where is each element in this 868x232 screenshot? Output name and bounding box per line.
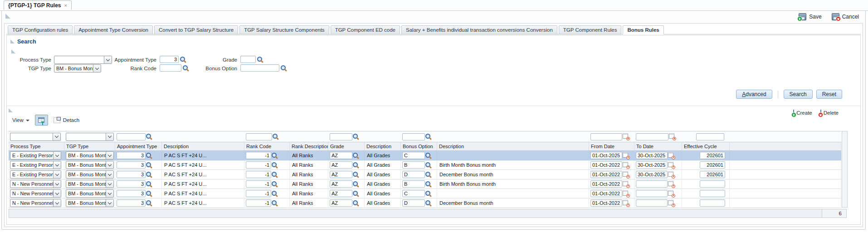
tgp-type-select[interactable]: BM - Bonus Month bbox=[54, 64, 101, 72]
appointment-type-input[interactable] bbox=[117, 180, 146, 188]
process-type-select[interactable]: E - Existing Personnel bbox=[10, 161, 61, 169]
chevron-down-icon[interactable] bbox=[106, 133, 113, 140]
tab-salary-benefits-individual-transaction-conversions-conversion[interactable]: Salary + Benefits individual transaction… bbox=[401, 25, 557, 34]
column-header-description[interactable]: Description bbox=[437, 142, 589, 151]
chevron-down-icon[interactable] bbox=[53, 133, 60, 140]
disclosure-triangle-icon[interactable] bbox=[5, 14, 10, 19]
rank-code-input[interactable] bbox=[160, 64, 181, 72]
bonus-option-input[interactable] bbox=[402, 152, 425, 159]
date-picker-icon[interactable] bbox=[623, 200, 629, 207]
filter-bonus-option-input[interactable] bbox=[402, 133, 425, 140]
filter-rank-code-lookup-icon[interactable] bbox=[272, 133, 279, 140]
grade-input[interactable] bbox=[330, 161, 352, 169]
date-picker-icon[interactable] bbox=[668, 171, 675, 178]
bonus-option-input[interactable] bbox=[240, 64, 279, 72]
chevron-down-icon[interactable] bbox=[53, 152, 61, 159]
tgp-type-select[interactable]: BM - Bonus Month bbox=[66, 151, 114, 160]
chevron-down-icon[interactable] bbox=[53, 180, 61, 188]
process-type-select[interactable]: E - Existing Personnel bbox=[10, 151, 61, 160]
reset-button[interactable]: Reset bbox=[816, 90, 842, 99]
bonus-option-input[interactable] bbox=[402, 161, 425, 169]
close-icon[interactable]: × bbox=[64, 3, 67, 8]
effective-cycle-input[interactable] bbox=[700, 180, 725, 188]
chevron-down-icon[interactable] bbox=[106, 171, 113, 178]
appointment-type-input[interactable] bbox=[160, 56, 179, 63]
search-button[interactable]: Search bbox=[784, 90, 813, 99]
to-date-input[interactable] bbox=[636, 171, 668, 178]
effective-cycle-input[interactable] bbox=[700, 171, 725, 178]
chevron-down-icon[interactable] bbox=[93, 65, 101, 72]
column-header-from-date[interactable]: From Date bbox=[589, 142, 634, 151]
date-picker-icon[interactable] bbox=[623, 181, 629, 188]
date-picker-icon[interactable] bbox=[623, 190, 629, 197]
table-row[interactable]: N - New Personnel MeBM - Bonus MonthP AC… bbox=[9, 198, 841, 208]
disclosure-triangle-icon[interactable] bbox=[11, 49, 15, 53]
disclosure-triangle-icon[interactable] bbox=[10, 39, 15, 44]
to-date-input[interactable] bbox=[636, 190, 668, 197]
column-header-description[interactable]: Description bbox=[162, 142, 244, 151]
table-row[interactable]: N - New Personnel MeBM - Bonus MonthP AC… bbox=[9, 189, 841, 198]
to-date-input[interactable] bbox=[636, 199, 668, 207]
appointment-type-lookup-icon[interactable] bbox=[146, 200, 152, 207]
grade-lookup-icon[interactable] bbox=[352, 162, 359, 169]
bonus-option-input[interactable] bbox=[402, 199, 425, 207]
appointment-type-lookup-icon[interactable] bbox=[180, 56, 186, 63]
bonus-option-lookup-icon[interactable] bbox=[425, 171, 432, 178]
appointment-type-input[interactable] bbox=[117, 152, 146, 159]
bonus-option-lookup-icon[interactable] bbox=[425, 181, 432, 188]
bonus-option-input[interactable] bbox=[402, 190, 425, 197]
date-picker-icon[interactable] bbox=[623, 171, 629, 178]
grade-input[interactable] bbox=[330, 180, 352, 188]
filter-rank-code-input[interactable] bbox=[246, 133, 272, 140]
column-header-grade[interactable]: Grade bbox=[328, 142, 365, 151]
to-date-input[interactable] bbox=[636, 152, 668, 159]
date-picker-icon[interactable] bbox=[668, 181, 675, 188]
filter-bonus-option-lookup-icon[interactable] bbox=[425, 133, 432, 140]
column-header-to-date[interactable]: To Date bbox=[634, 142, 682, 151]
bonus-option-lookup-icon[interactable] bbox=[280, 65, 287, 72]
from-date-input[interactable] bbox=[590, 171, 622, 178]
tab-tgp-component-ed-code[interactable]: TGP Component ED code bbox=[331, 25, 400, 34]
tgp-type-select[interactable]: BM - Bonus Month bbox=[66, 170, 114, 179]
table-row[interactable]: N - New Personnel MeBM - Bonus MonthP AC… bbox=[9, 179, 841, 189]
effective-cycle-input[interactable] bbox=[700, 199, 725, 207]
vertical-scrollbar[interactable] bbox=[842, 131, 848, 208]
advanced-button[interactable]: Advanced bbox=[736, 90, 772, 99]
from-date-input[interactable] bbox=[590, 190, 622, 197]
column-header-effective-cycle[interactable]: Effective Cycle bbox=[682, 142, 730, 151]
filter-tgp-type-select[interactable] bbox=[66, 133, 114, 141]
tab-bonus-rules[interactable]: Bonus Rules bbox=[623, 25, 663, 34]
process-type-select[interactable]: N - New Personnel Me bbox=[10, 180, 61, 188]
rank-code-input[interactable] bbox=[246, 199, 271, 207]
tab-appointment-type-conversion[interactable]: Appointment Type Conversion bbox=[74, 25, 153, 34]
date-picker-icon[interactable] bbox=[668, 190, 675, 197]
grade-lookup-icon[interactable] bbox=[352, 200, 359, 207]
rank-code-lookup-icon[interactable] bbox=[271, 190, 278, 197]
view-menu-button[interactable]: View bbox=[12, 117, 29, 123]
filter-appointment-type-lookup-icon[interactable] bbox=[146, 133, 152, 140]
grade-lookup-icon[interactable] bbox=[352, 181, 359, 188]
table-row[interactable]: E - Existing PersonnelBM - Bonus MonthP … bbox=[9, 151, 841, 160]
appointment-type-input[interactable] bbox=[117, 161, 146, 169]
column-header-bonus-option[interactable]: Bonus Option bbox=[401, 142, 437, 151]
bonus-option-lookup-icon[interactable] bbox=[425, 190, 432, 197]
bonus-option-lookup-icon[interactable] bbox=[425, 162, 432, 169]
process-type-select[interactable]: E - Existing Personnel bbox=[10, 170, 61, 179]
filter-to-date-input[interactable] bbox=[636, 133, 668, 140]
grade-input[interactable] bbox=[330, 190, 352, 197]
delete-button[interactable]: Delete bbox=[820, 110, 839, 116]
rank-code-lookup-icon[interactable] bbox=[182, 65, 189, 72]
filter-appointment-type-input[interactable] bbox=[117, 133, 146, 140]
chevron-down-icon[interactable] bbox=[106, 180, 113, 188]
rank-code-input[interactable] bbox=[246, 171, 271, 178]
table-row[interactable]: E - Existing PersonnelBM - Bonus MonthP … bbox=[9, 160, 841, 170]
chevron-down-icon[interactable] bbox=[106, 199, 113, 207]
chevron-down-icon[interactable] bbox=[106, 152, 113, 159]
detach-button[interactable]: Detach bbox=[54, 117, 79, 123]
tgp-type-select[interactable]: BM - Bonus Month bbox=[66, 180, 114, 188]
column-header-rank-code[interactable]: Rank Code bbox=[244, 142, 290, 151]
bonus-option-input[interactable] bbox=[402, 171, 425, 178]
chevron-down-icon[interactable] bbox=[53, 161, 61, 169]
tab-tgp-configuration-rules[interactable]: TGP Configuration rules bbox=[8, 25, 73, 34]
appointment-type-input[interactable] bbox=[117, 199, 146, 207]
